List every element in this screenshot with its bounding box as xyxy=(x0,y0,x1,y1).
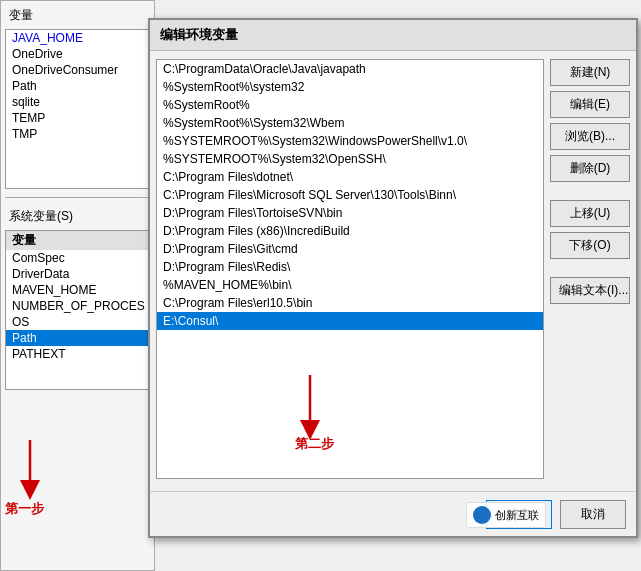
path-item[interactable]: D:\Program Files\Redis\ xyxy=(157,258,543,276)
path-item[interactable]: %SystemRoot%\system32 xyxy=(157,78,543,96)
sys-vars-list: 变量 ComSpecDriverDataMAVEN_HOMENUMBER_OF_… xyxy=(5,230,150,390)
path-item[interactable]: %SystemRoot%\System32\Wbem xyxy=(157,114,543,132)
path-item[interactable]: C:\ProgramData\Oracle\Java\javapath xyxy=(157,60,543,78)
path-item[interactable]: %SYSTEMROOT%\System32\WindowsPowerShell\… xyxy=(157,132,543,150)
dialog-title: 编辑环境变量 xyxy=(150,20,636,51)
path-item[interactable]: %MAVEN_HOME%\bin\ xyxy=(157,276,543,294)
path-item[interactable]: D:\Program Files (x86)\IncrediBuild xyxy=(157,222,543,240)
cancel-button[interactable]: 取消 xyxy=(560,500,626,529)
watermark-text: 创新互联 xyxy=(495,508,539,523)
path-item[interactable]: %SYSTEMROOT%\System32\OpenSSH\ xyxy=(157,150,543,168)
move-up-button[interactable]: 上移(U) xyxy=(550,200,630,227)
user-var-item[interactable]: sqlite xyxy=(6,94,149,110)
new-button[interactable]: 新建(N) xyxy=(550,59,630,86)
sys-vars-column-header: 变量 xyxy=(6,231,149,250)
user-var-item[interactable]: OneDrive xyxy=(6,46,149,62)
edit-text-button[interactable]: 编辑文本(I)... xyxy=(550,277,630,304)
path-item[interactable]: C:\Program Files\dotnet\ xyxy=(157,168,543,186)
step1-label: 第一步 xyxy=(5,500,44,518)
move-down-button[interactable]: 下移(O) xyxy=(550,232,630,259)
panel-divider xyxy=(5,197,150,198)
user-vars-list: JAVA_HOMEOneDriveOneDriveConsumerPathsql… xyxy=(5,29,150,189)
edit-env-dialog: 编辑环境变量 C:\ProgramData\Oracle\Java\javapa… xyxy=(148,18,638,538)
path-list[interactable]: C:\ProgramData\Oracle\Java\javapath%Syst… xyxy=(156,59,544,479)
delete-button[interactable]: 删除(D) xyxy=(550,155,630,182)
sys-var-item[interactable]: MAVEN_HOME xyxy=(6,282,149,298)
sys-var-item[interactable]: OS xyxy=(6,314,149,330)
dialog-footer: 创新互联 确定 取消 xyxy=(150,491,636,536)
sys-vars-header: 系统变量(S) xyxy=(1,202,154,228)
left-panel: 变量 JAVA_HOMEOneDriveOneDriveConsumerPath… xyxy=(0,0,155,571)
path-item[interactable]: %SystemRoot% xyxy=(157,96,543,114)
user-var-item[interactable]: JAVA_HOME xyxy=(6,30,149,46)
sys-var-item[interactable]: ComSpec xyxy=(6,250,149,266)
sys-var-item[interactable]: PATHEXT xyxy=(6,346,149,362)
watermark: 创新互联 xyxy=(466,502,546,528)
sys-var-item[interactable]: NUMBER_OF_PROCES xyxy=(6,298,149,314)
path-item[interactable]: D:\Program Files\Git\cmd xyxy=(157,240,543,258)
browse-button[interactable]: 浏览(B)... xyxy=(550,123,630,150)
path-item[interactable]: C:\Program Files\erl10.5\bin xyxy=(157,294,543,312)
user-var-item[interactable]: TMP xyxy=(6,126,149,142)
user-vars-header: 变量 xyxy=(1,1,154,27)
edit-button[interactable]: 编辑(E) xyxy=(550,91,630,118)
user-var-item[interactable]: Path xyxy=(6,78,149,94)
watermark-icon xyxy=(473,506,491,524)
path-item[interactable]: C:\Program Files\Microsoft SQL Server\13… xyxy=(157,186,543,204)
sys-var-item[interactable]: DriverData xyxy=(6,266,149,282)
path-item[interactable]: D:\Program Files\TortoiseSVN\bin xyxy=(157,204,543,222)
user-var-item[interactable]: TEMP xyxy=(6,110,149,126)
user-var-item[interactable]: OneDriveConsumer xyxy=(6,62,149,78)
dialog-body: C:\ProgramData\Oracle\Java\javapath%Syst… xyxy=(150,51,636,487)
action-buttons: 新建(N) 编辑(E) 浏览(B)... 删除(D) 上移(U) 下移(O) 编… xyxy=(550,59,630,479)
path-item[interactable]: E:\Consul\ xyxy=(157,312,543,330)
sys-var-item[interactable]: Path xyxy=(6,330,149,346)
